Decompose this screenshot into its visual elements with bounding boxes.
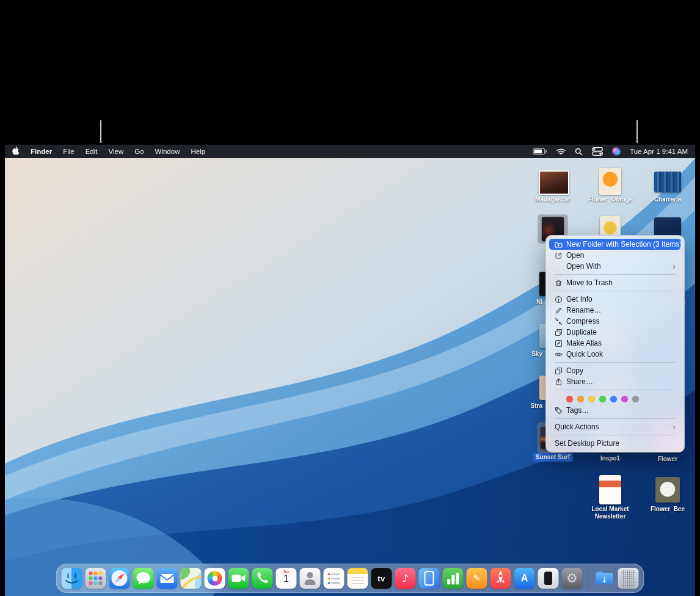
menu-item-label: Quick Actions bbox=[555, 423, 599, 431]
copy-icon bbox=[555, 367, 563, 375]
trash-icon bbox=[555, 279, 563, 287]
menu-item-share[interactable]: Share… bbox=[549, 376, 681, 387]
menu-item-open[interactable]: Open bbox=[549, 250, 681, 261]
submenu-chevron-icon: › bbox=[673, 262, 676, 271]
dock-launchpad-icon[interactable] bbox=[86, 568, 106, 589]
callout-line-left bbox=[100, 120, 101, 143]
menu-item-label: Rename… bbox=[566, 306, 601, 314]
sunset-surf-label: Sunset Surf bbox=[525, 453, 581, 462]
menu-item-label: Copy bbox=[566, 366, 583, 375]
menu-file[interactable]: File bbox=[63, 145, 75, 158]
open-with-icon-spacer bbox=[555, 263, 563, 271]
dock-mail-icon[interactable] bbox=[157, 568, 178, 589]
menu-view[interactable]: View bbox=[109, 145, 124, 158]
dock-numbers-icon[interactable] bbox=[443, 568, 464, 589]
menu-item-label: Make Alias bbox=[566, 339, 602, 347]
menu-bar: Finder File Edit View Go Window Help Tue… bbox=[5, 145, 695, 158]
dock-rocket-app-icon[interactable] bbox=[490, 568, 511, 589]
dock-trash-icon[interactable] bbox=[618, 568, 639, 589]
dock-maps-icon[interactable] bbox=[181, 568, 202, 589]
dock-facetime-icon[interactable] bbox=[228, 568, 249, 589]
share-icon bbox=[555, 378, 563, 386]
duplicate-icon bbox=[555, 329, 563, 336]
dock-calendar-icon[interactable]: Tue 1 bbox=[276, 568, 297, 589]
menu-item-rename[interactable]: Rename… bbox=[549, 305, 681, 316]
tag-icon bbox=[555, 407, 563, 415]
dock-phone-icon[interactable] bbox=[252, 568, 273, 589]
bar-chart-icon bbox=[447, 573, 459, 584]
madagascar-label: Madagascar bbox=[527, 195, 578, 204]
dock-system-settings-icon[interactable]: ⚙ bbox=[562, 568, 583, 589]
context-menu: New Folder with Selection (3 Items) Open… bbox=[545, 235, 685, 452]
desktop-icon-charreria[interactable] bbox=[654, 172, 681, 192]
siri-icon[interactable] bbox=[612, 147, 621, 156]
dock-pages-icon[interactable]: ✎ bbox=[467, 568, 487, 589]
desktop-icon-madagascar[interactable] bbox=[539, 170, 569, 195]
menu-item-quick-look[interactable]: Quick Look bbox=[549, 349, 681, 360]
dock-downloads-folder-icon[interactable]: ↓ bbox=[594, 568, 615, 589]
menu-edit[interactable]: Edit bbox=[86, 145, 98, 158]
menu-separator bbox=[555, 390, 676, 390]
menu-item-open-with[interactable]: Open With › bbox=[549, 261, 681, 272]
spotlight-search-icon[interactable] bbox=[575, 148, 583, 156]
tag-dot-purple[interactable] bbox=[621, 396, 628, 402]
dock-notes-icon[interactable] bbox=[348, 568, 368, 589]
desktop[interactable]: Madagascar Flower_Orange Charreria Ni op… bbox=[5, 158, 695, 596]
partial-label-stra: Stra bbox=[519, 402, 545, 410]
desktop-icon-local-market-newsletter[interactable] bbox=[599, 475, 621, 504]
tag-dot-green[interactable] bbox=[599, 396, 606, 402]
desktop-icon-flower-bee[interactable] bbox=[655, 477, 680, 503]
battery-icon[interactable] bbox=[533, 148, 547, 155]
menu-item-label: Quick Look bbox=[566, 350, 603, 358]
menu-item-label: Set Desktop Picture bbox=[555, 439, 619, 448]
menu-item-move-to-trash[interactable]: Move to Trash bbox=[549, 277, 681, 288]
menu-item-quick-actions[interactable]: Quick Actions › bbox=[549, 421, 681, 432]
dock-messages-icon[interactable] bbox=[133, 568, 154, 589]
wifi-icon[interactable] bbox=[556, 148, 566, 155]
menu-item-compress[interactable]: Compress bbox=[549, 316, 681, 327]
menu-item-label: Open With bbox=[566, 262, 601, 271]
desktop-icon-flower-orange[interactable] bbox=[599, 168, 621, 195]
mac-screen: Finder File Edit View Go Window Help Tue… bbox=[5, 145, 695, 596]
dock-contacts-icon[interactable] bbox=[300, 568, 321, 589]
tag-dot-gray[interactable] bbox=[632, 396, 639, 402]
tag-dot-yellow[interactable] bbox=[588, 396, 595, 402]
menu-item-duplicate[interactable]: Duplicate bbox=[549, 327, 681, 338]
flower-orange-label: Flower_Orange bbox=[585, 195, 636, 204]
dock-photos-icon[interactable] bbox=[205, 568, 225, 589]
dock-iphone-app-icon[interactable] bbox=[538, 568, 559, 589]
tag-dot-blue[interactable] bbox=[610, 396, 617, 402]
menu-item-set-desktop-picture[interactable]: Set Desktop Picture bbox=[549, 438, 681, 449]
compress-icon bbox=[555, 318, 563, 325]
menu-item-tags[interactable]: Tags… bbox=[549, 405, 681, 416]
menu-item-copy[interactable]: Copy bbox=[549, 365, 681, 376]
menu-item-make-alias[interactable]: Make Alias bbox=[549, 338, 681, 349]
dock-app-store-icon[interactable]: A bbox=[514, 568, 535, 589]
menu-help[interactable]: Help bbox=[191, 145, 205, 158]
menu-go[interactable]: Go bbox=[134, 145, 144, 158]
apple-menu[interactable] bbox=[12, 147, 20, 156]
eye-icon bbox=[555, 351, 563, 358]
dock-iphone-mirroring-icon[interactable] bbox=[419, 568, 440, 589]
menu-finder[interactable]: Finder bbox=[31, 145, 52, 158]
menu-item-new-folder-with-selection[interactable]: New Folder with Selection (3 Items) bbox=[549, 239, 681, 250]
dock-tv-icon[interactable]: tv bbox=[371, 568, 392, 589]
menu-item-label: Move to Trash bbox=[566, 278, 613, 287]
dock-music-icon[interactable]: ♪ bbox=[395, 568, 416, 589]
menu-item-label: Share… bbox=[566, 377, 593, 386]
menu-separator bbox=[555, 274, 676, 275]
dock-safari-icon[interactable] bbox=[109, 568, 130, 589]
dock-reminders-icon[interactable] bbox=[324, 568, 345, 589]
dock-finder-icon[interactable] bbox=[62, 568, 82, 589]
tag-dot-orange[interactable] bbox=[577, 396, 584, 402]
menu-item-label: Duplicate bbox=[566, 328, 597, 336]
apple-logo-icon bbox=[12, 147, 20, 156]
callout-line-right bbox=[636, 120, 638, 143]
menu-item-get-info[interactable]: Get Info bbox=[549, 294, 681, 305]
tag-dot-red[interactable] bbox=[566, 396, 573, 402]
menu-window[interactable]: Window bbox=[155, 145, 180, 158]
gear-icon: ⚙ bbox=[562, 568, 583, 589]
control-center-icon[interactable] bbox=[592, 147, 603, 156]
partial-label-ni: Ni bbox=[519, 298, 545, 307]
menu-bar-clock[interactable]: Tue Apr 1 9:41 AM bbox=[630, 148, 688, 155]
